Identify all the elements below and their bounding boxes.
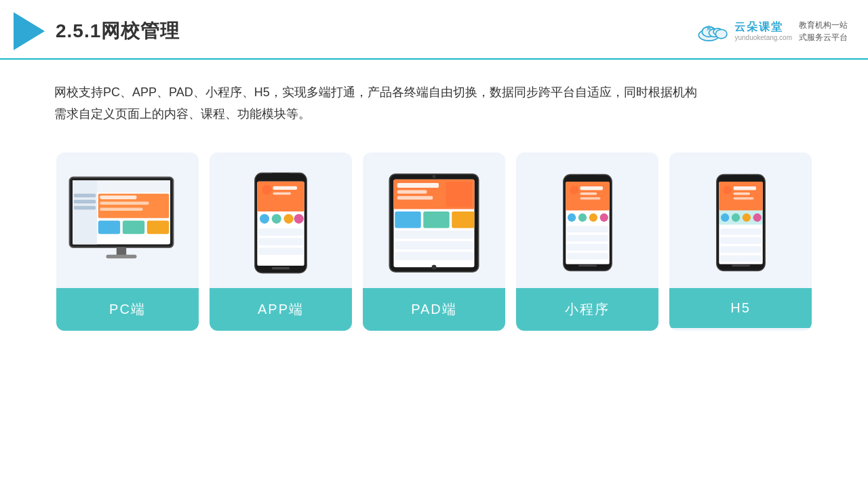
svg-rect-57 xyxy=(580,186,603,190)
svg-rect-50 xyxy=(395,251,473,260)
svg-rect-36 xyxy=(272,267,290,270)
logo-tagline-line1: 教育机构一站 xyxy=(799,19,848,31)
svg-rect-9 xyxy=(73,180,97,245)
page-title: 2.5.1网校管理 xyxy=(56,18,180,44)
card-pad-image xyxy=(363,152,505,288)
pc-device-icon xyxy=(66,172,189,274)
svg-rect-28 xyxy=(273,192,291,195)
app-device-icon xyxy=(254,169,308,277)
pad-device-icon xyxy=(387,169,481,277)
svg-rect-59 xyxy=(580,197,600,200)
svg-rect-65 xyxy=(567,235,608,242)
svg-rect-27 xyxy=(273,186,297,190)
svg-rect-54 xyxy=(577,176,598,181)
svg-rect-82 xyxy=(720,228,762,235)
svg-point-29 xyxy=(260,214,269,223)
svg-point-32 xyxy=(294,214,304,223)
svg-point-78 xyxy=(720,214,728,222)
svg-rect-58 xyxy=(580,192,597,195)
card-pc: PC端 xyxy=(56,152,199,331)
logo-text-block: 云朵课堂 yunduoketang.com xyxy=(734,20,792,41)
svg-rect-55 xyxy=(566,182,609,210)
svg-rect-45 xyxy=(395,211,421,228)
svg-rect-49 xyxy=(395,241,473,249)
cloud-icon xyxy=(696,19,730,43)
svg-point-56 xyxy=(570,186,578,195)
svg-rect-19 xyxy=(147,220,169,234)
svg-rect-48 xyxy=(395,230,473,239)
logo-main-text: 云朵课堂 xyxy=(734,20,783,33)
svg-rect-68 xyxy=(578,265,596,267)
svg-rect-20 xyxy=(117,247,126,256)
svg-rect-14 xyxy=(100,195,137,199)
svg-rect-12 xyxy=(74,206,96,209)
svg-rect-16 xyxy=(100,207,143,211)
card-mini-image xyxy=(516,152,658,288)
logo-url: yunduoketang.com xyxy=(734,34,792,42)
svg-point-79 xyxy=(731,214,739,222)
svg-rect-34 xyxy=(258,238,303,245)
svg-point-4 xyxy=(716,30,728,39)
svg-rect-83 xyxy=(720,237,762,244)
svg-rect-41 xyxy=(397,183,439,188)
svg-rect-47 xyxy=(452,211,474,228)
card-pad: PAD端 xyxy=(363,152,505,331)
svg-rect-15 xyxy=(100,201,149,205)
card-app: APP端 xyxy=(210,152,352,331)
svg-rect-11 xyxy=(74,200,96,203)
brand-logo: 云朵课堂 yunduoketang.com 教育机构一站 式服务云平台 xyxy=(696,19,848,43)
header-left: 2.5.1网校管理 xyxy=(14,12,180,50)
svg-point-60 xyxy=(567,214,575,222)
svg-point-81 xyxy=(753,214,761,222)
card-mini-label: 小程序 xyxy=(516,288,658,331)
svg-point-39 xyxy=(432,174,435,178)
svg-rect-24 xyxy=(271,173,291,179)
svg-rect-44 xyxy=(446,182,473,207)
svg-point-63 xyxy=(599,214,608,222)
card-app-image xyxy=(210,152,352,288)
svg-rect-46 xyxy=(423,211,450,228)
svg-rect-17 xyxy=(98,220,120,234)
logo-tagline-line2: 式服务云平台 xyxy=(799,31,848,43)
description-block: 网校支持PC、APP、PAD、小程序、H5，实现多端打通，产品各终端自由切换，数… xyxy=(0,60,868,139)
svg-point-51 xyxy=(432,264,437,269)
card-pad-label: PAD端 xyxy=(363,288,505,331)
platform-cards: PC端 xyxy=(0,139,868,351)
brand-triangle-icon xyxy=(14,12,45,50)
card-app-label: APP端 xyxy=(210,288,352,331)
svg-rect-74 xyxy=(733,186,756,190)
page-header: 2.5.1网校管理 云朵课堂 yunduoketang.com 教育机构一站 式… xyxy=(0,0,868,60)
svg-rect-71 xyxy=(730,176,751,181)
svg-rect-85 xyxy=(720,256,762,262)
svg-rect-72 xyxy=(719,182,762,210)
svg-rect-35 xyxy=(258,247,303,255)
svg-rect-64 xyxy=(567,226,608,233)
card-h5: H5 xyxy=(669,152,812,331)
svg-point-30 xyxy=(272,214,281,223)
svg-rect-43 xyxy=(397,196,433,199)
svg-rect-67 xyxy=(567,253,608,260)
card-h5-image xyxy=(669,152,812,288)
card-pc-image xyxy=(56,152,199,288)
svg-rect-42 xyxy=(397,190,427,193)
svg-rect-66 xyxy=(567,244,608,251)
svg-point-73 xyxy=(723,186,731,195)
svg-point-61 xyxy=(578,214,586,222)
svg-rect-75 xyxy=(733,192,750,195)
svg-point-80 xyxy=(742,214,750,222)
svg-rect-18 xyxy=(123,220,144,234)
card-pc-label: PC端 xyxy=(56,288,199,331)
svg-point-31 xyxy=(283,214,293,223)
h5-device-icon xyxy=(715,170,766,275)
svg-rect-86 xyxy=(731,265,749,267)
svg-rect-33 xyxy=(258,228,303,236)
card-mini: 小程序 xyxy=(516,152,658,331)
svg-point-62 xyxy=(589,214,597,222)
logo-tagline: 教育机构一站 式服务云平台 xyxy=(799,19,848,43)
card-h5-label: H5 xyxy=(669,288,812,328)
svg-rect-84 xyxy=(720,247,762,253)
svg-rect-10 xyxy=(74,194,96,197)
description-text: 网校支持PC、APP、PAD、小程序、H5，实现多端打通，产品各终端自由切换，数… xyxy=(54,81,814,125)
miniapp-device-icon xyxy=(562,170,613,275)
svg-rect-76 xyxy=(733,197,753,200)
